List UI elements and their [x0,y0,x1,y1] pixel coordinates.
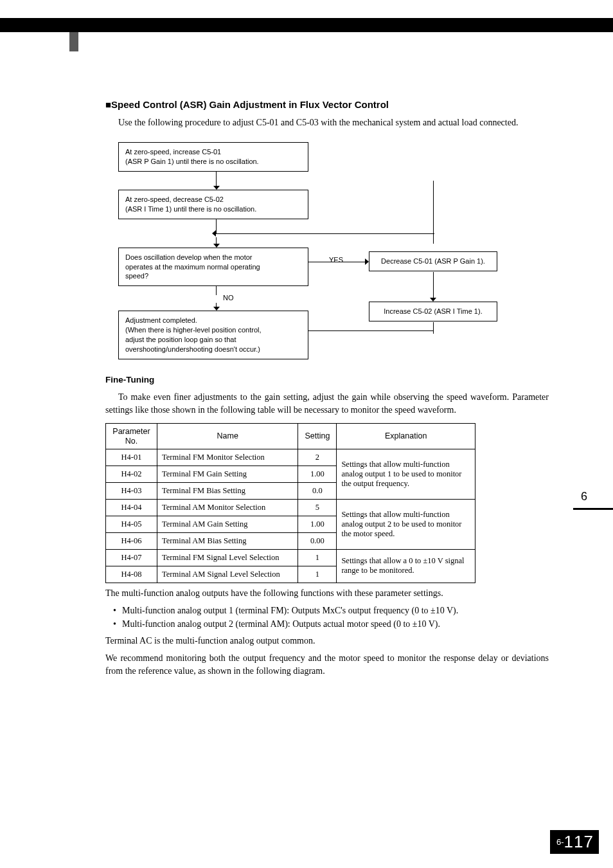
header-label: Individual Functions [509,9,577,18]
cell-pno: H4-05 [106,516,157,532]
flow-box-decrease-c502: At zero-speed, decrease C5-02 (ASR I Tim… [118,190,308,219]
cell-pno: H4-04 [106,499,157,516]
th-name: Name [157,424,298,449]
after-table-p1: The multi-function analog outputs have t… [105,587,549,600]
cell-pno: H4-08 [106,566,157,583]
cell-explanation: Settings that allow a 0 to ±10 V signal … [337,549,475,583]
flowchart: At zero-speed, increase C5-01 (ASR P Gai… [118,142,478,359]
intro-paragraph: Use the following procedure to adjust C5… [105,116,549,129]
flow-text: speed? [125,271,301,281]
flow-box-complete: Adjustment completed. (When there is hig… [118,311,308,359]
chapter-underline [573,508,613,510]
fine-tuning-paragraph: To make even finer adjustments to the ga… [105,391,549,417]
cell-pno: H4-02 [106,466,157,482]
cell-setting: 5 [298,499,337,516]
bullet-item: Multi-function analog output 2 (terminal… [113,617,549,631]
cell-pno: H4-07 [106,549,157,566]
cell-pno: H4-01 [106,449,157,466]
page-prefix: 6- [556,837,564,847]
bullet-item: Multi-function analog output 1 (terminal… [113,604,549,617]
flow-box-question: Does oscillation develop when the motor … [118,248,308,287]
flow-text: At zero-speed, increase C5-01 [125,147,301,157]
flow-text: (When there is higher-level position con… [125,325,301,335]
cell-setting: 2 [298,449,337,466]
flow-text: operates at the maximum normal operating [125,262,301,272]
page-number: 6-117 [550,830,599,854]
table-row: H4-07 Terminal FM Signal Level Selection… [106,549,475,566]
chapter-number: 6 [581,490,587,503]
flow-text: overshooting/undershooting doesn't occur… [125,345,301,354]
no-label: NO [223,294,583,302]
th-explanation: Explanation [337,424,475,449]
cell-setting: 1.00 [298,516,337,532]
flow-text: At zero-speed, decrease C5-02 [125,195,301,204]
flow-text: Does oscillation develop when the motor [125,253,301,262]
th-param-no: ParameterNo. [106,424,157,449]
header-accent [69,32,78,51]
flow-box-decrease-c501: Decrease C5-01 (ASR P Gain 1). [369,251,497,271]
cell-name: Terminal FM Monitor Selection [157,449,298,466]
section-title: ■Speed Control (ASR) Gain Adjustment in … [105,99,549,110]
cell-setting: 0.00 [298,532,337,549]
after-table-p3: We recommend monitoring both the output … [105,652,549,678]
flow-text: Decrease C5-01 (ASR P Gain 1). [381,257,485,265]
after-table-p2: Terminal AC is the multi-function analog… [105,635,549,647]
title-text: Speed Control (ASR) Gain Adjustment in F… [111,99,389,110]
cell-setting: 1 [298,549,337,566]
cell-name: Terminal FM Signal Level Selection [157,549,298,566]
cell-name: Terminal AM Signal Level Selection [157,566,298,583]
cell-name: Terminal AM Gain Setting [157,516,298,532]
cell-explanation: Settings that allow multi-function analo… [337,499,475,549]
flow-text: Adjustment completed. [125,316,301,325]
yes-label: YES [329,256,343,264]
table-row: H4-01 Terminal FM Monitor Selection 2 Se… [106,449,475,466]
cell-name: Terminal FM Bias Setting [157,482,298,499]
flow-box-increase-c501: At zero-speed, increase C5-01 (ASR P Gai… [118,142,308,172]
cell-name: Terminal FM Gain Setting [157,466,298,482]
cell-setting: 1.00 [298,466,337,482]
cell-setting: 1 [298,566,337,583]
fine-tuning-heading: Fine-Tuning [105,375,549,384]
table-row: H4-04 Terminal AM Monitor Selection 5 Se… [106,499,475,516]
page-num: 117 [564,832,594,851]
cell-pno: H4-03 [106,482,157,499]
cell-explanation: Settings that allow multi-function analo… [337,449,475,499]
flow-text: (ASR I Time 1) until there is no oscilla… [125,204,301,214]
cell-name: Terminal AM Monitor Selection [157,499,298,516]
flow-text: (ASR P Gain 1) until there is no oscilla… [125,157,301,167]
cell-pno: H4-06 [106,532,157,549]
th-setting: Setting [298,424,337,449]
parameter-table: ParameterNo. Name Setting Explanation H4… [105,423,475,583]
cell-setting: 0.0 [298,482,337,499]
cell-name: Terminal AM Bias Setting [157,532,298,549]
title-bullet: ■ [105,99,111,110]
flow-text: adjust the position loop gain so that [125,335,301,345]
